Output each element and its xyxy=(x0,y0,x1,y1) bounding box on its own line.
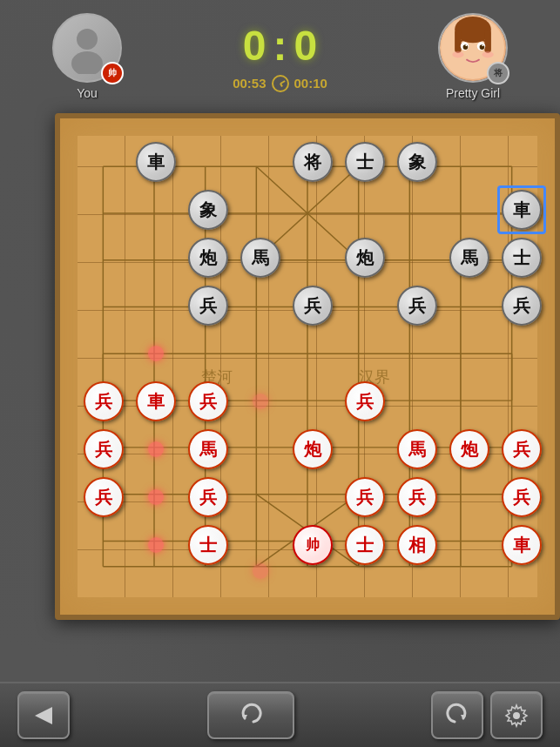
svg-point-13 xyxy=(482,51,493,58)
svg-point-44 xyxy=(513,712,520,719)
player1-section: 帅 You xyxy=(17,13,157,100)
score-colon: : xyxy=(273,22,287,70)
black-knight-1[interactable]: 馬 xyxy=(240,238,280,278)
score-left: 0 xyxy=(243,22,267,70)
redo-button[interactable] xyxy=(431,691,483,739)
black-rook-1[interactable]: 車 xyxy=(136,142,176,182)
svg-point-12 xyxy=(452,51,463,58)
game-footer xyxy=(0,682,560,747)
player1-badge: 帅 xyxy=(101,62,124,84)
right-buttons xyxy=(431,691,543,739)
red-knight-1[interactable]: 馬 xyxy=(188,429,228,469)
red-rook-2[interactable]: 車 xyxy=(502,525,542,565)
black-soldier-4[interactable]: 兵 xyxy=(502,286,542,326)
black-knight-2[interactable]: 馬 xyxy=(449,238,489,278)
score-display: 0 : 0 xyxy=(243,22,317,70)
red-elephant-1[interactable]: 相 xyxy=(397,525,437,565)
score-section: 0 : 0 00:53 00:10 xyxy=(233,22,327,92)
board-wrapper: 楚河 汉界 車 象 将 士 象 車 炮 馬 炮 馬 士 兵 xyxy=(55,113,560,620)
selection-box xyxy=(497,185,546,234)
red-soldier-8[interactable]: 兵 xyxy=(345,477,385,517)
svg-point-8 xyxy=(463,44,469,50)
player1-name: You xyxy=(77,86,98,100)
svg-rect-5 xyxy=(484,30,491,53)
player2-name: Pretty Girl xyxy=(446,86,500,100)
move-indicator-1[interactable] xyxy=(148,346,164,361)
red-soldier-3[interactable]: 兵 xyxy=(345,381,385,421)
red-cannon-2[interactable]: 炮 xyxy=(449,429,489,469)
timer-right: 00:10 xyxy=(294,76,327,91)
red-rook-1[interactable]: 車 xyxy=(136,381,176,421)
svg-marker-41 xyxy=(35,707,52,724)
game-header: 帅 You 0 : 0 00:53 00:10 xyxy=(0,0,560,113)
black-bishop-1[interactable]: 象 xyxy=(188,190,228,230)
red-soldier-4[interactable]: 兵 xyxy=(84,429,124,469)
score-right: 0 xyxy=(293,22,317,70)
move-indicator-5[interactable] xyxy=(253,394,268,409)
red-knight-2[interactable]: 馬 xyxy=(397,429,437,469)
move-indicator-3[interactable] xyxy=(148,489,164,505)
black-soldier-2[interactable]: 兵 xyxy=(293,286,333,326)
svg-point-9 xyxy=(480,44,485,50)
back-icon xyxy=(30,703,57,729)
black-king[interactable]: 将 xyxy=(293,142,333,182)
red-soldier-2[interactable]: 兵 xyxy=(188,381,228,421)
black-advisor-2[interactable]: 士 xyxy=(502,238,542,278)
black-cannon-2[interactable]: 炮 xyxy=(345,238,385,278)
player2-section: 将 Pretty Girl xyxy=(403,13,543,100)
svg-rect-4 xyxy=(455,30,462,53)
move-indicator-6[interactable] xyxy=(253,563,268,579)
black-cannon-1[interactable]: 炮 xyxy=(188,238,228,278)
player2-badge: 将 xyxy=(487,62,509,84)
red-soldier-1[interactable]: 兵 xyxy=(84,381,124,421)
black-soldier-3[interactable]: 兵 xyxy=(397,286,437,326)
undo-icon xyxy=(238,703,264,729)
red-king[interactable]: 帅 xyxy=(293,525,333,565)
clock-icon xyxy=(272,75,289,92)
svg-point-0 xyxy=(77,29,98,50)
black-soldier-1[interactable]: 兵 xyxy=(188,286,228,326)
back-button[interactable] xyxy=(17,691,70,739)
svg-point-1 xyxy=(71,51,103,74)
red-soldier-6[interactable]: 兵 xyxy=(84,477,124,517)
settings-button[interactable] xyxy=(490,691,543,739)
red-advisor-1[interactable]: 士 xyxy=(188,525,228,565)
game-board[interactable]: 楚河 汉界 車 象 将 士 象 車 炮 馬 炮 馬 士 兵 xyxy=(78,136,537,597)
settings-icon xyxy=(503,703,530,729)
redo-icon xyxy=(444,703,470,729)
red-soldier-7[interactable]: 兵 xyxy=(188,477,228,517)
timer-row: 00:53 00:10 xyxy=(233,75,327,92)
move-indicator-2[interactable] xyxy=(148,441,164,457)
svg-point-10 xyxy=(465,44,467,46)
black-advisor-1[interactable]: 士 xyxy=(345,142,385,182)
svg-point-11 xyxy=(482,44,483,46)
red-soldier-5[interactable]: 兵 xyxy=(502,429,542,469)
red-advisor-2[interactable]: 士 xyxy=(345,525,385,565)
red-cannon-1[interactable]: 炮 xyxy=(293,429,333,469)
red-soldier-9[interactable]: 兵 xyxy=(397,477,437,517)
black-elephant-1[interactable]: 象 xyxy=(397,142,437,182)
board-container: 楚河 汉界 車 象 将 士 象 車 炮 馬 炮 馬 士 兵 xyxy=(55,113,560,620)
move-indicator-4[interactable] xyxy=(148,537,164,553)
undo-button[interactable] xyxy=(207,691,294,739)
red-soldier-10[interactable]: 兵 xyxy=(502,477,542,517)
timer-left: 00:53 xyxy=(233,76,266,91)
